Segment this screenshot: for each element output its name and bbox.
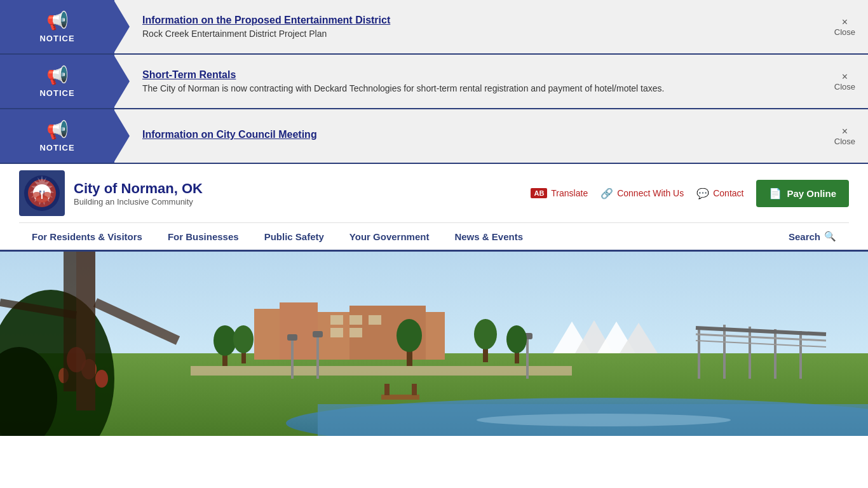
translate-label: Translate [551, 188, 588, 198]
close-x-icon-2: × [842, 72, 848, 82]
connect-with-us-link[interactable]: 🔗 Connect With Us [600, 187, 684, 200]
translate-link[interactable]: AB Translate [531, 188, 588, 198]
notice-close-1[interactable]: × Close [822, 0, 868, 53]
svg-rect-15 [191, 366, 572, 376]
svg-point-66 [477, 414, 731, 426]
notice-close-2[interactable]: × Close [822, 55, 868, 108]
pay-online-button[interactable]: 📄 Pay Online [756, 180, 849, 207]
notice-title-1[interactable]: Information on the Proposed Entertainmen… [142, 15, 809, 26]
header-top: N City of Norman, OK Building an Inclusi… [19, 170, 849, 222]
notice-icon-block-3: 📢 NOTICE [0, 109, 114, 163]
nav-item-residents[interactable]: For Residents & Visitors [19, 224, 155, 250]
nav-item-your-government[interactable]: Your Government [337, 224, 442, 250]
svg-point-57 [95, 370, 108, 388]
svg-rect-21 [349, 315, 362, 325]
notice-label-2: NOTICE [39, 88, 74, 98]
megaphone-icon-1: 📢 [46, 10, 69, 31]
svg-rect-24 [349, 328, 362, 337]
svg-rect-20 [330, 315, 343, 325]
notice-title-3[interactable]: Information on City Council Meeting [142, 129, 809, 140]
notice-icon-block-2: 📢 NOTICE [0, 55, 114, 108]
notice-content-3: Information on City Council Meeting [130, 109, 822, 163]
site-title-block: City of Norman, OK Building an Inclusive… [74, 180, 203, 207]
svg-rect-22 [369, 315, 381, 325]
notice-body-1: Rock Creek Entertainment District Projec… [142, 29, 809, 39]
megaphone-icon-3: 📢 [46, 119, 69, 140]
svg-rect-59 [76, 252, 95, 410]
site-logo[interactable]: N [19, 170, 65, 216]
connect-icon: 🔗 [600, 187, 613, 200]
nav-search-label: Search [789, 231, 820, 242]
close-label-3: Close [834, 137, 855, 146]
svg-rect-64 [384, 384, 390, 395]
search-icon: 🔍 [824, 231, 836, 242]
svg-rect-60 [64, 252, 76, 391]
notice-content-1: Information on the Proposed Entertainmen… [130, 0, 822, 53]
site-header: N City of Norman, OK Building an Inclusi… [0, 164, 868, 252]
close-x-icon-3: × [842, 126, 848, 137]
svg-rect-63 [381, 395, 419, 400]
header-actions: AB Translate 🔗 Connect With Us 💬 Contact… [531, 180, 849, 207]
svg-point-44 [214, 325, 236, 356]
pay-online-label: Pay Online [787, 188, 836, 199]
svg-point-52 [506, 325, 527, 353]
notice-bar-3: 📢 NOTICE Information on City Council Mee… [0, 109, 868, 164]
hero-svg [0, 252, 868, 436]
contact-label: Contact [713, 188, 743, 198]
connect-label: Connect With Us [617, 188, 684, 198]
notice-title-2[interactable]: Short-Term Rentals [142, 69, 809, 81]
svg-point-7 [32, 192, 41, 198]
pay-icon: 📄 [769, 187, 782, 200]
site-title[interactable]: City of Norman, OK [74, 180, 203, 197]
notice-chevron-3 [114, 111, 130, 161]
megaphone-icon-2: 📢 [46, 65, 69, 86]
translate-icon: AB [531, 188, 547, 198]
svg-point-48 [397, 319, 422, 352]
notice-content-2: Short-Term Rentals The City of Norman is… [130, 55, 822, 108]
hero-scene [0, 252, 868, 436]
notice-chevron-2 [114, 56, 130, 107]
svg-point-46 [233, 325, 254, 353]
logo-svg: N [21, 172, 63, 214]
hero-image [0, 252, 868, 436]
svg-rect-23 [330, 328, 343, 337]
nav-item-businesses[interactable]: For Businesses [155, 224, 252, 250]
notice-bar-1: 📢 NOTICE Information on the Proposed Ent… [0, 0, 868, 55]
notice-close-3[interactable]: × Close [822, 109, 868, 163]
svg-rect-40 [313, 331, 323, 337]
nav-search[interactable]: Search 🔍 [776, 223, 849, 250]
svg-rect-65 [412, 384, 417, 395]
svg-rect-17 [280, 302, 318, 360]
notice-label-1: NOTICE [39, 34, 74, 43]
contact-icon: 💬 [696, 187, 709, 200]
notice-label-3: NOTICE [39, 143, 74, 152]
nav-item-news-events[interactable]: News & Events [442, 224, 536, 250]
site-nav: For Residents & Visitors For Businesses … [19, 222, 849, 250]
svg-point-50 [474, 319, 497, 349]
nav-item-public-safety[interactable]: Public Safety [252, 224, 337, 250]
site-branding: N City of Norman, OK Building an Inclusi… [19, 170, 203, 216]
close-x-icon-1: × [842, 17, 848, 27]
site-tagline: Building an Inclusive Community [74, 197, 203, 207]
svg-point-8 [43, 192, 51, 198]
close-label-1: Close [834, 27, 855, 37]
notice-chevron-1 [114, 1, 130, 52]
notice-icon-block-1: 📢 NOTICE [0, 0, 114, 53]
notice-bar-2: 📢 NOTICE Short-Term Rentals The City of … [0, 55, 868, 109]
close-label-2: Close [834, 82, 855, 92]
notice-body-2: The City of Norman is now contracting wi… [142, 83, 809, 93]
contact-link[interactable]: 💬 Contact [696, 187, 743, 200]
svg-rect-38 [287, 334, 297, 341]
